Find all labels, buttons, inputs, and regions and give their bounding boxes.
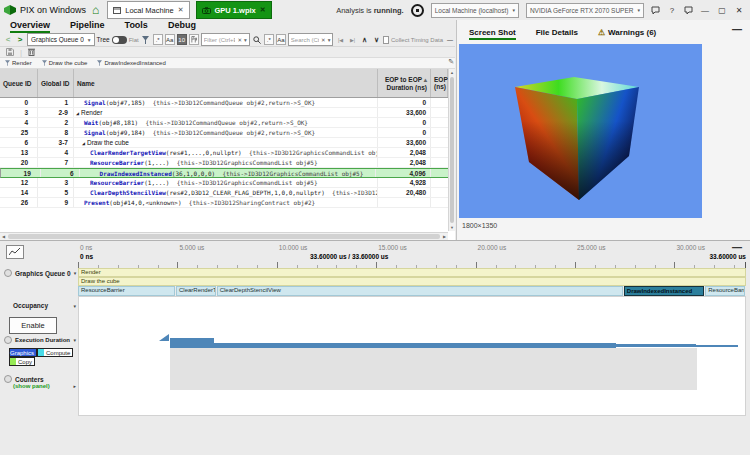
timeline-track-counters[interactable]: Counters — [4, 375, 76, 383]
scrollbar-thumb[interactable] — [8, 234, 440, 239]
timeline-track-graphics-queue[interactable]: Graphics Queue 0 ▾ — [4, 269, 76, 277]
stop-analysis-button[interactable] — [411, 4, 424, 17]
cell-queue-id: 13 — [0, 148, 38, 157]
event-list-horizontal-scrollbar[interactable]: ◀ ▶ — [0, 232, 448, 240]
home-icon[interactable]: ⌂ — [92, 3, 99, 17]
breadcrumb-chip[interactable]: Render — [5, 60, 32, 66]
nav-back-button[interactable]: < — [3, 34, 13, 45]
legend-copy[interactable]: Copy — [9, 357, 35, 366]
nav-forward-button[interactable]: > — [15, 34, 25, 45]
expand-button[interactable]: ∨ — [371, 34, 381, 45]
timeline-event[interactable]: ClearDepthStencilView — [217, 286, 623, 296]
tree-flat-toggle[interactable]: Tree Flat — [97, 36, 139, 44]
close-icon[interactable]: ✕ — [178, 6, 184, 14]
expander-icon[interactable]: ◢ — [82, 140, 85, 146]
chevron-down-icon[interactable]: ▾ — [74, 270, 77, 276]
timeline-event[interactable]: ResourceBarrier — [78, 286, 175, 296]
arrow-right-icon[interactable]: ▸ — [73, 383, 76, 389]
menu-item-pipeline[interactable]: Pipeline — [70, 20, 105, 33]
table-row[interactable]: 207ResourceBarrier(1,...) {this->ID3D12G… — [0, 158, 455, 168]
expander-icon[interactable]: ◢ — [76, 110, 79, 116]
table-row[interactable]: 63-7◢Draw the cube33,600 — [0, 138, 455, 148]
doc-tab-gpu-1-wpix[interactable]: GPU 1.wpix✕ — [196, 1, 272, 19]
scroll-down-icon[interactable]: ▼ — [449, 224, 455, 231]
chevron-down-icon[interactable]: ▾ — [73, 337, 76, 343]
timeline-chart-icon[interactable] — [6, 245, 24, 259]
find-prev-button[interactable]: |◀ — [335, 34, 345, 45]
table-row[interactable]: 258Signal(obj#9,184) {this->ID3D12Comman… — [0, 128, 455, 138]
tab-warnings-6-[interactable]: ⚠Warnings (6) — [598, 28, 656, 40]
menu-item-tools[interactable]: Tools — [125, 20, 148, 33]
table-row[interactable]: 32-9◢Render33,600 — [0, 108, 455, 118]
api-call-context: {this->ID3D12GraphicsCommandList obj#5} — [177, 159, 318, 166]
panel-minimize-icon[interactable]: — — [732, 24, 742, 35]
breadcrumb-chip[interactable]: Draw the cube — [42, 60, 88, 66]
table-row[interactable]: 196DrawIndexedInstanced(36,1,0,0,0) {thi… — [0, 168, 455, 178]
gpu-select[interactable]: NVIDIA GeForce RTX 2070 SUPER▾ — [526, 3, 644, 18]
timeline-track-occupancy[interactable]: Occupancy ▾ — [13, 302, 76, 309]
timeline-event[interactable]: ClearRenderTar — [176, 286, 216, 296]
clear-filter-icon[interactable]: ✕ — [237, 37, 242, 43]
comment-icon[interactable] — [684, 6, 693, 15]
filter-regex-button[interactable]: .* — [153, 34, 163, 45]
filter-flags-button[interactable] — [189, 34, 199, 45]
queue-select[interactable]: Graphics Queue 0 ▾ — [27, 33, 95, 46]
filter-input[interactable] — [204, 37, 236, 43]
timeline-event[interactable]: DrawIndexedInstanced — [624, 286, 704, 296]
column-header-queue-id[interactable]: Queue ID — [0, 69, 38, 97]
edit-columns-icon[interactable]: ✎ — [448, 58, 454, 66]
maximize-button[interactable]: ▢ — [717, 6, 727, 15]
menu-item-debug[interactable]: Debug — [168, 20, 196, 33]
table-row[interactable]: 145ClearDepthStencilView(res#2,D3D12_CLE… — [0, 188, 455, 198]
timeline-track-execution-duration[interactable]: Execution Duration ▾ — [4, 336, 76, 344]
table-row[interactable]: 134ClearRenderTargetView(res#1,...,0,nul… — [0, 148, 455, 158]
delete-icon[interactable] — [28, 48, 35, 56]
close-button[interactable]: ✕ — [734, 6, 744, 15]
tab-file-details[interactable]: File Details — [536, 28, 578, 40]
timeline-ruler[interactable]: 0 ns 33.60000 us / 33.60000 us 33.60000 … — [78, 244, 746, 268]
menu-item-overview[interactable]: Overview — [10, 20, 50, 33]
machine-select[interactable]: Local Machine (localhost)▾ — [431, 3, 519, 18]
enable-occupancy-button[interactable]: Enable — [9, 317, 57, 334]
tab-screen-shot[interactable]: Screen Shot — [469, 28, 516, 40]
clear-search-icon[interactable]: ✕ — [321, 37, 326, 43]
timeline-lane-render[interactable]: Render — [78, 268, 746, 277]
feedback-icon[interactable] — [651, 6, 660, 15]
legend-compute[interactable]: Compute — [37, 348, 73, 357]
column-header-duration[interactable]: EOP to EOP ▴ Duration (ns) — [378, 69, 431, 97]
scrollbar-thumb[interactable] — [450, 77, 454, 223]
doc-tab-local-machine[interactable]: Local Machine✕ — [107, 1, 189, 19]
filter-case-button[interactable]: Aa — [165, 34, 175, 45]
chevron-down-icon[interactable]: ▾ — [328, 37, 331, 43]
chevron-down-icon[interactable]: ▾ — [244, 37, 247, 43]
timeline-event[interactable]: ResourceBarri — [705, 286, 745, 296]
table-row[interactable]: 42Wait(obj#8,181) {this->ID3D12CommandQu… — [0, 118, 455, 128]
minimize-button[interactable]: — — [700, 6, 710, 15]
scroll-right-icon[interactable]: ▶ — [441, 234, 448, 239]
breadcrumb-chip[interactable]: DrawIndexedInstanced — [97, 60, 165, 66]
collapse-button[interactable]: ∧ — [359, 34, 369, 45]
save-icon[interactable] — [6, 48, 14, 56]
event-list-vertical-scrollbar[interactable]: ▲ ▼ — [448, 69, 455, 231]
search-case-button[interactable]: Aa — [276, 34, 286, 45]
filter-count-button[interactable]: 10 — [177, 34, 187, 45]
chevron-down-icon[interactable]: ▾ — [73, 303, 76, 309]
collect-timing-checkbox[interactable] — [383, 36, 389, 44]
close-icon[interactable]: ✕ — [260, 6, 266, 14]
column-header-name[interactable]: Name — [74, 69, 378, 97]
column-header-eop[interactable]: EOP(ns) — [431, 69, 448, 97]
show-panel-link[interactable]: (show panel) — [13, 383, 50, 389]
column-header-global-id[interactable]: Global ID — [38, 69, 74, 97]
search-regex-button[interactable]: .* — [264, 34, 274, 45]
help-icon[interactable]: ? — [667, 6, 677, 15]
search-input[interactable] — [291, 37, 319, 43]
table-row[interactable]: 123ResourceBarrier(1,...) {this->ID3D12G… — [0, 178, 455, 188]
splitter-handle-icon[interactable]: — — [445, 34, 455, 45]
scroll-left-icon[interactable]: ◀ — [0, 234, 7, 239]
table-row[interactable]: 01Signal(obj#7,185) {this->ID3D12Command… — [0, 98, 455, 108]
timeline-lane-draw-the-cube[interactable]: Draw the cube — [78, 277, 746, 286]
find-next-button[interactable]: ▶| — [347, 34, 357, 45]
legend-graphics[interactable]: Graphics — [9, 348, 37, 357]
table-row[interactable]: 269Present(obj#14,0,<unknown>) {this->ID… — [0, 198, 455, 208]
scroll-up-icon[interactable]: ▲ — [449, 69, 455, 76]
